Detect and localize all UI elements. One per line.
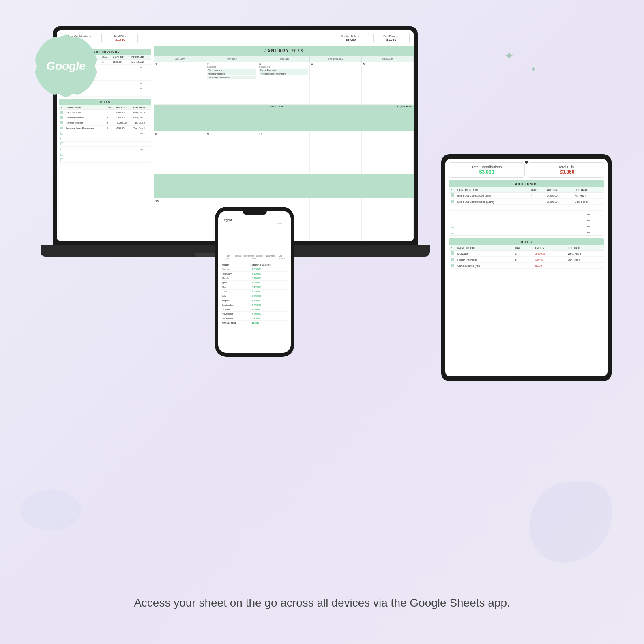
bar-august: August: [234, 254, 242, 257]
tablet-bill-row-3: Car Insurance (full) -80.00: [449, 263, 604, 269]
bills-table: ✓ NAME OF BILL DAY AMOUNT DUE DATE Car I…: [59, 105, 151, 163]
tablet-add-row-3: —: [449, 205, 604, 211]
cal-day-thu: Thursday: [362, 56, 414, 62]
laptop-end-label: End Balance: [378, 35, 404, 38]
bill-check-3: [60, 121, 63, 124]
laptop-bills-value: -$1,760: [107, 38, 133, 41]
bill-check-10: [60, 158, 63, 161]
tablet-summary-row: Total Contributions $3,000 Total Bills -…: [449, 162, 604, 178]
phone-screen: Urgent 4,360 July August September: [218, 211, 291, 353]
cal-cell-4: 4: [310, 62, 362, 105]
bill-check-9: [60, 153, 63, 156]
cal-cell-10: 10: [258, 131, 310, 174]
bill-row-8: —: [59, 147, 151, 152]
tablet-device: Total Contributions $3,000 Total Bills -…: [441, 154, 612, 381]
bar-october: October: [255, 254, 264, 257]
bar-september: September: [244, 254, 254, 257]
cal-cell-8: 8: [154, 131, 206, 174]
tablet-contributions-label: Total Contributions: [453, 165, 520, 169]
cal-day-wed: Wednesday: [310, 56, 362, 62]
phone-device: Urgent 4,360 July August September: [215, 207, 294, 357]
bills-th-amount: AMOUNT: [115, 105, 132, 110]
phone-row-total: Annual Total15,480: [221, 321, 288, 325]
calendar-days-header: Sunday Monday Tuesday Wednesday Thursday: [154, 56, 414, 62]
laptop-end-value: $1,760: [378, 38, 404, 41]
bar-july: July: [224, 254, 232, 257]
bar-november: November: [266, 254, 275, 257]
bill-row-9: —: [59, 152, 151, 157]
bills-header: BILLS: [59, 99, 151, 105]
google-badge-text: Google: [46, 60, 85, 73]
cal-day-mon: Monday: [206, 56, 258, 62]
phone-row-jul: July5,840.00: [221, 294, 288, 298]
cal-cell-11: [310, 131, 362, 174]
bill-check-1: [60, 111, 63, 114]
tablet-contributions-value: $3,000: [453, 169, 520, 175]
bottom-tagline-text: Access your sheet on the go across all d…: [134, 597, 510, 609]
tablet-add-row-1: Bills Fund Contribution (Jan) 4 5,000.00…: [449, 193, 604, 199]
contributions-th-due: DUE DATE: [130, 55, 151, 60]
tablet-bills-box: Total Bills -$3,360: [528, 162, 604, 178]
tablet-contributions-box: Total Contributions $3,000: [449, 162, 525, 178]
bg-decoration-1: [530, 482, 612, 563]
bill-row-3: Rental Payment3-1,200.00Tue, Jan 3: [59, 120, 151, 126]
cal-day-sun: Sunday: [154, 56, 206, 62]
tablet-bills-label: Total Bills: [532, 165, 600, 169]
tablet-add-row-6: —: [449, 223, 604, 229]
phone-row-may: May5,465.00: [221, 285, 288, 290]
bill-row-6: —: [59, 136, 151, 142]
laptop-end-box: End Balance $1,760: [373, 33, 410, 43]
tablet-camera: [525, 161, 528, 164]
laptop-starting-box: Starting Balance $3,000: [333, 33, 369, 43]
tablet-add-row-7: —: [449, 229, 604, 235]
bills-th-day: DAY: [105, 105, 115, 110]
tablet-add-funds-header: ADD FUNDS: [449, 180, 604, 187]
bill-row-10: —: [59, 157, 151, 163]
bill-check-8: [60, 148, 63, 150]
tablet-bill-row-2: Health Insurance 5 -160.00 Sun, Feb 5: [449, 257, 604, 263]
chart-title: Urgent: [223, 219, 286, 221]
bills-th-check: ✓: [59, 105, 64, 110]
tablet-screen: Total Contributions $3,000 Total Bills -…: [445, 159, 608, 376]
bill-row-4: Personal Loan Repayment3-190.00Tue, Jan …: [59, 126, 151, 131]
google-badge: Google: [34, 34, 97, 97]
bar-dec: Dec: [277, 254, 285, 257]
laptop-bills-label: Total Bills: [107, 35, 133, 38]
phone-row-sep: September3,740.00: [221, 303, 288, 307]
bills-th-due: DUE DATE: [132, 105, 151, 110]
tablet-bills-section: BILLS ✓ NAME OF BILL DAY AMOUNT DUE DATE: [449, 238, 604, 269]
tablet-bills-section-header: BILLS: [449, 238, 604, 245]
laptop-top-bar: Total Contributions $500 Total Bills -$1…: [57, 30, 414, 46]
laptop-bills-box: Total Bills -$1,760: [101, 33, 138, 43]
cal-cell-19: [362, 198, 414, 241]
cal-cell-12: [362, 131, 414, 174]
phone-chart: Urgent 4,360 July August September: [221, 217, 288, 261]
contributions-th-amount: AMOUNT: [112, 55, 130, 60]
tablet-outer: Total Contributions $3,000 Total Bills -…: [441, 154, 612, 381]
bills-section: BILLS ✓ NAME OF BILL DAY AMOUNT DUE DATE: [59, 99, 151, 163]
tablet-add-row-2: Bills Fund Contributions (Extra) 4 2,500…: [449, 199, 604, 205]
bill-check-6: [60, 137, 63, 140]
phone-row-mar: March5,740.00: [221, 276, 288, 281]
phone-row-jan: January3,000.00: [221, 267, 288, 272]
bg-decoration-2: [20, 490, 81, 530]
tablet-add-row-4: —: [449, 211, 604, 217]
phone-row-oct: October3,840.00: [221, 307, 288, 312]
bill-row-2: Health Insurance2-250.00Mon, Jan 2: [59, 115, 151, 120]
bills-th-name: NAME OF BILL: [64, 105, 105, 110]
cal-cell-2: 2 $150.00 Car Insurance Health Insurance…: [206, 62, 258, 105]
bill-row-7: —: [59, 142, 151, 147]
cal-cell-1: 1: [154, 62, 206, 105]
tablet-bill-row-1: Mortgage 3 -3,400.00 Wed, Feb 3: [449, 251, 604, 257]
phone-row-nov: November5,480.00: [221, 312, 288, 316]
tablet-add-row-5: —: [449, 217, 604, 223]
bill-check-7: [60, 142, 63, 145]
tablet-bills-table: ✓ NAME OF BILL DAY AMOUNT DUE DATE Mortg…: [449, 245, 604, 269]
bottom-tagline: Access your sheet on the go across all d…: [0, 597, 644, 610]
phone-outer: Urgent 4,360 July August September: [215, 207, 294, 357]
cal-cell-5: 5: [362, 62, 414, 105]
bill-row-1: Car Insurance2-100.00Mon, Jan 2: [59, 110, 151, 115]
cal-cell-15: 15: [154, 198, 206, 241]
bill-check-5: [60, 132, 63, 135]
phone-monthly-table: Month Starting Balance January3,000.00 F…: [221, 263, 288, 325]
